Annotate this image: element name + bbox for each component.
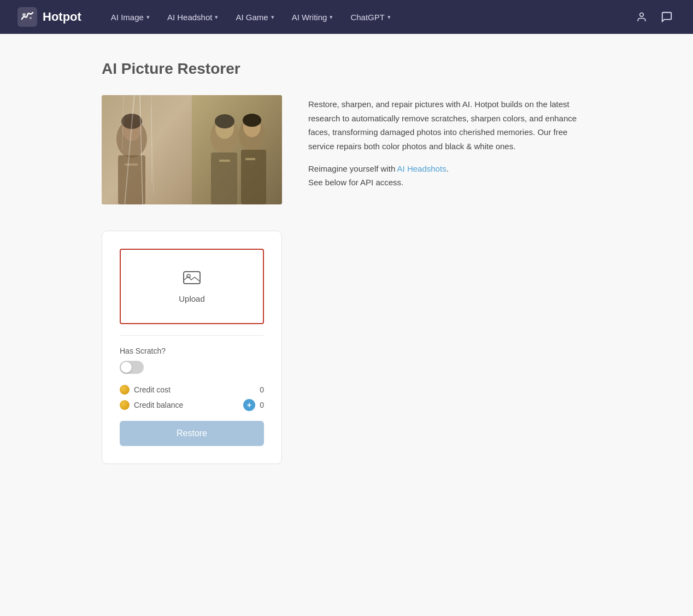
svg-rect-13 (125, 163, 138, 166)
brand-icon (17, 7, 37, 27)
credit-balance-label: Credit balance (134, 401, 183, 409)
nav-item-chatgpt[interactable]: ChatGPT ▾ (343, 8, 398, 26)
nav-icons (633, 8, 676, 26)
upload-label: Upload (179, 294, 205, 303)
credit-cost-row: Credit cost 0 (120, 385, 264, 395)
scratch-section: Has Scratch? (120, 347, 264, 374)
hero-image (102, 95, 282, 204)
reimagine-text: Reimagine yourself with AI Headshots. (308, 164, 591, 173)
chevron-down-icon: ▾ (146, 14, 150, 21)
chat-icon[interactable] (658, 8, 676, 26)
description-text: Restore, sharpen, and repair pictures wi… (308, 97, 591, 153)
credit-balance-value: 0 (260, 401, 264, 409)
svg-point-20 (243, 114, 261, 127)
nav-links: AI Image ▾ AI Headshot ▾ AI Game ▾ AI Wr… (103, 8, 633, 26)
nav-label-chatgpt: ChatGPT (350, 13, 385, 22)
brand-logo[interactable]: Hotpot (17, 7, 81, 27)
svg-rect-23 (219, 160, 230, 162)
main-content: AI Picture Restorer (84, 34, 609, 497)
toggle-container (120, 361, 264, 374)
svg-rect-25 (184, 272, 200, 284)
tool-panel: Upload Has Scratch? Credit cost 0 (102, 231, 282, 464)
svg-point-3 (640, 13, 644, 17)
description-area: Restore, sharpen, and repair pictures wi… (308, 95, 591, 191)
ai-headshots-link[interactable]: AI Headshots (397, 164, 447, 173)
coin-icon-cost (120, 385, 130, 395)
svg-point-17 (215, 114, 234, 128)
nav-item-ai-writing[interactable]: AI Writing ▾ (284, 8, 341, 26)
restore-button[interactable]: Restore (120, 421, 264, 446)
nav-label-ai-image: AI Image (111, 13, 144, 22)
nav-item-ai-game[interactable]: AI Game ▾ (228, 8, 281, 26)
chevron-down-icon: ▾ (387, 14, 391, 21)
svg-point-2 (30, 17, 32, 19)
image-upload-icon (183, 269, 201, 289)
add-credits-button[interactable]: + (243, 399, 255, 411)
divider (120, 335, 264, 336)
brand-name: Hotpot (43, 10, 81, 24)
nav-label-ai-game: AI Game (236, 13, 268, 22)
svg-point-1 (22, 13, 26, 16)
chevron-down-icon: ▾ (215, 14, 218, 21)
coin-icon-balance (120, 400, 130, 410)
credit-balance-row: Credit balance + 0 (120, 399, 264, 411)
api-text: See below for API access. (308, 178, 591, 187)
upload-zone[interactable]: Upload (120, 249, 264, 324)
credit-cost-value: 0 (260, 385, 264, 394)
nav-label-ai-headshot: AI Headshot (167, 13, 213, 22)
scratch-label: Has Scratch? (120, 347, 264, 355)
credit-cost-label: Credit cost (134, 385, 171, 394)
hero-image-right (192, 95, 282, 204)
top-section: Restore, sharpen, and repair pictures wi… (102, 95, 591, 204)
page-title: AI Picture Restorer (102, 60, 591, 78)
svg-rect-24 (245, 158, 255, 160)
nav-item-ai-image[interactable]: AI Image ▾ (103, 8, 157, 26)
hero-image-left (102, 95, 192, 204)
chevron-down-icon: ▾ (330, 14, 333, 21)
navbar: Hotpot AI Image ▾ AI Headshot ▾ AI Game … (0, 0, 693, 34)
svg-point-9 (121, 114, 142, 129)
has-scratch-toggle[interactable] (120, 361, 144, 374)
svg-rect-5 (102, 95, 192, 204)
nav-label-ai-writing: AI Writing (292, 13, 327, 22)
user-icon[interactable] (633, 8, 650, 26)
toggle-thumb (121, 362, 132, 373)
nav-item-ai-headshot[interactable]: AI Headshot ▾ (160, 8, 226, 26)
chevron-down-icon: ▾ (271, 14, 274, 21)
credit-rows: Credit cost 0 Credit balance + 0 (120, 385, 264, 411)
